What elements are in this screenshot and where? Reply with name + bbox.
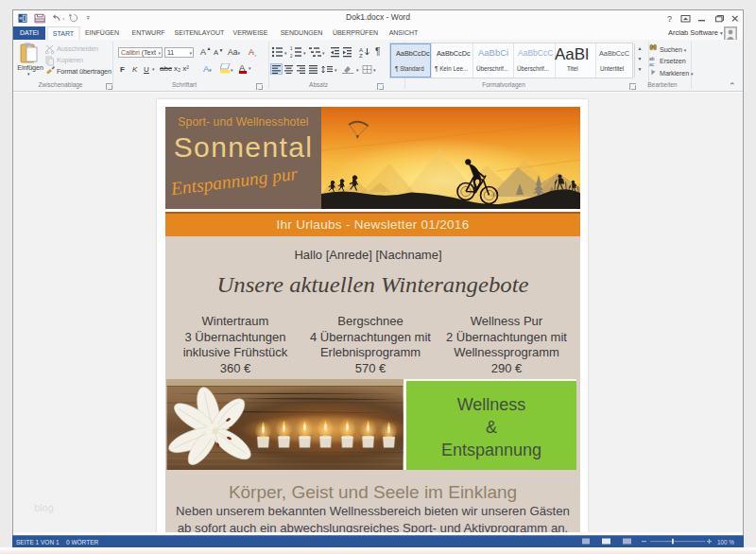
svg-text:1: 1: [290, 46, 293, 51]
svg-text:¶: ¶: [375, 46, 380, 57]
svg-text:▾: ▾: [373, 67, 376, 73]
svg-text:100 %: 100 %: [717, 539, 734, 545]
svg-text:▾: ▾: [231, 67, 233, 73]
svg-text:▾: ▾: [356, 67, 359, 73]
svg-text:2: 2: [290, 54, 293, 58]
svg-text:▾: ▾: [335, 67, 337, 73]
svg-text:▾: ▾: [284, 50, 287, 56]
svg-text:▾: ▾: [303, 50, 306, 56]
svg-text:▾: ▾: [322, 50, 325, 56]
svg-text:Z: Z: [359, 53, 363, 58]
svg-text:A: A: [359, 47, 363, 53]
svg-text:ac: ac: [649, 61, 655, 67]
